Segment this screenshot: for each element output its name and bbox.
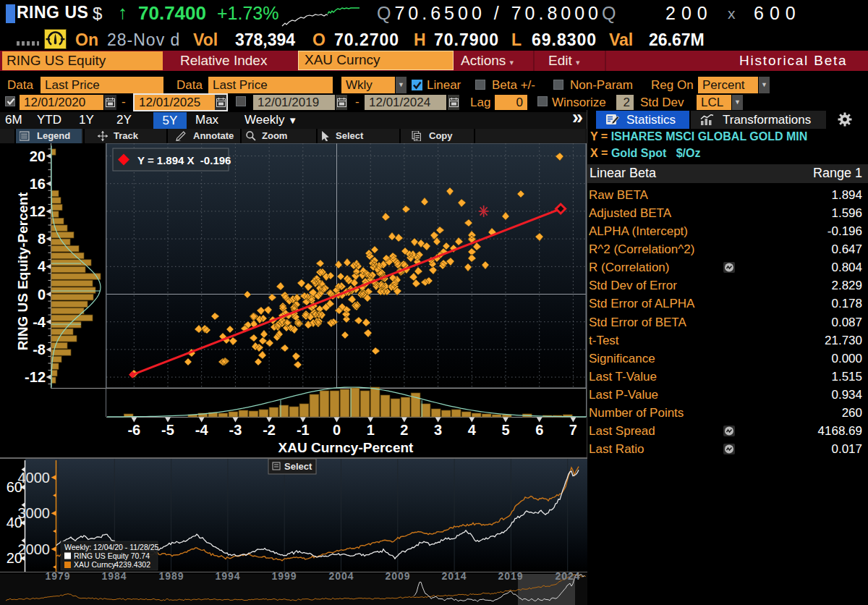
- svg-text:1984: 1984: [101, 570, 127, 582]
- svg-text:-3: -3: [229, 422, 242, 438]
- svg-text:1994: 1994: [215, 570, 240, 582]
- svg-text:-2: -2: [263, 422, 276, 438]
- svg-text:XAU Curncy: XAU Curncy: [74, 560, 116, 569]
- svg-text:8: 8: [38, 231, 46, 247]
- svg-text:2014: 2014: [441, 570, 467, 582]
- svg-text:-12: -12: [25, 369, 46, 385]
- svg-text:XAU Curncy-Percent: XAU Curncy-Percent: [278, 440, 414, 455]
- svg-text:Weekly: 12/04/20 - 11/28/25: Weekly: 12/04/20 - 11/28/25: [64, 543, 159, 551]
- svg-text:-5: -5: [161, 422, 174, 438]
- svg-text:1979: 1979: [45, 570, 70, 582]
- svg-text:RING US Equity-Percent: RING US Equity-Percent: [15, 192, 30, 350]
- svg-text:Select: Select: [284, 461, 312, 472]
- svg-text:RING US Equity: RING US Equity: [74, 551, 129, 560]
- svg-text:-1: -1: [297, 422, 310, 438]
- svg-text:4239.4302: 4239.4302: [114, 560, 150, 569]
- svg-text:2024: 2024: [555, 570, 580, 582]
- svg-text:4000: 4000: [18, 470, 51, 486]
- svg-text:2009: 2009: [385, 570, 410, 582]
- svg-text:Y = 1.894 X -0.196: Y = 1.894 X -0.196: [137, 154, 231, 166]
- svg-text:1999: 1999: [271, 570, 297, 582]
- svg-text:0: 0: [38, 287, 46, 302]
- svg-text:2: 2: [400, 422, 408, 438]
- svg-text:0: 0: [333, 422, 341, 438]
- svg-text:-6: -6: [127, 422, 140, 438]
- svg-text:-4: -4: [33, 314, 46, 330]
- svg-text:6: 6: [535, 422, 543, 438]
- svg-text:3: 3: [434, 422, 442, 438]
- svg-text:-8: -8: [33, 342, 46, 358]
- svg-text:2000: 2000: [18, 541, 51, 557]
- svg-text:70.74: 70.74: [131, 551, 150, 560]
- svg-text:1989: 1989: [158, 570, 184, 582]
- svg-text:-4: -4: [195, 422, 209, 438]
- svg-text:4: 4: [468, 422, 477, 438]
- svg-text:3000: 3000: [18, 505, 51, 521]
- svg-text:2019: 2019: [498, 570, 523, 582]
- svg-text:5: 5: [501, 422, 509, 438]
- svg-text:7: 7: [569, 422, 577, 438]
- svg-text:2004: 2004: [328, 570, 354, 582]
- svg-text:20: 20: [30, 148, 46, 164]
- svg-text:12: 12: [30, 203, 46, 219]
- svg-text:1: 1: [367, 422, 375, 438]
- svg-text:16: 16: [30, 176, 46, 192]
- svg-text:4: 4: [38, 258, 46, 274]
